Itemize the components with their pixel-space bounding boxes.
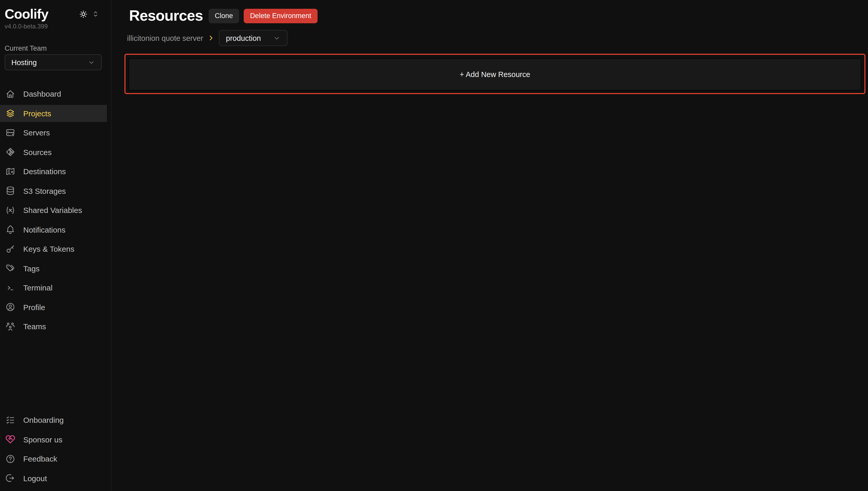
team-select-value: Hosting [11,58,37,66]
sidebar-item-label: Notifications [23,225,65,234]
team-select[interactable]: Hosting [5,54,102,70]
users-group-icon [5,321,16,331]
sidebar-item-feedback[interactable]: Feedback [0,450,107,467]
sidebar-item-label: Tags [23,264,39,272]
sidebar-item-servers[interactable]: Servers [0,124,107,141]
sidebar-footer-nav: Onboarding Sponsor us Feedback Logout [0,411,111,489]
sidebar-header: Coolify [5,6,100,22]
sidebar-item-label: Profile [23,302,45,311]
terminal-icon [5,283,16,293]
sidebar-item-s3-storages[interactable]: S3 Storages [0,182,107,199]
sidebar-item-label: Keys & Tokens [23,244,74,253]
server-icon [5,127,16,138]
database-icon [5,185,16,196]
sidebar-item-label: Projects [23,109,51,118]
tags-icon [5,263,16,273]
sidebar-item-logout[interactable]: Logout [0,469,107,487]
layers-icon [5,108,16,118]
current-team-label: Current Team [5,45,106,52]
sidebar-item-label: Destinations [23,167,66,176]
logout-icon [5,473,16,483]
chevron-down-icon [88,59,95,66]
bell-icon [5,224,16,235]
sidebar-item-tags[interactable]: Tags [0,260,107,277]
clone-button[interactable]: Clone [209,8,239,23]
home-icon [5,89,16,99]
sidebar-item-projects[interactable]: Projects [0,105,107,122]
sidebar-item-keys-tokens[interactable]: Keys & Tokens [0,240,107,257]
sidebar-item-label: Sources [23,148,52,156]
app-version: v4.0.0-beta.399 [5,23,106,30]
sidebar-item-label: Onboarding [23,415,64,424]
sidebar-item-sponsor-us[interactable]: Sponsor us [0,431,107,448]
page-header: Resources Clone Delete Environment [124,7,865,24]
sidebar-item-label: Logout [23,474,47,483]
sidebar-item-sources[interactable]: Sources [0,143,107,161]
page-title: Resources [129,7,203,24]
breadcrumb-project-link[interactable]: illicitonion quote server [127,34,203,42]
sidebar-item-label: Feedback [23,454,57,463]
main-content: Resources Clone Delete Environment illic… [112,0,868,491]
user-circle-icon [5,302,16,312]
add-new-resource-label: + Add New Resource [460,70,530,79]
variable-icon [5,205,16,215]
sidebar-item-label: Terminal [23,283,53,292]
sidebar-item-shared-variables[interactable]: Shared Variables [0,202,107,219]
sidebar-item-destinations[interactable]: Destinations [0,163,107,180]
app-logo: Coolify [5,6,79,22]
sidebar-item-profile[interactable]: Profile [0,298,107,316]
breadcrumb: illicitonion quote server production [127,30,865,46]
help-circle-icon [5,454,16,464]
sidebar-item-label: Teams [23,322,46,331]
delete-environment-button[interactable]: Delete Environment [244,8,317,23]
checklist-icon [5,415,16,425]
sidebar-item-label: Shared Variables [23,206,82,214]
environment-select-value: production [226,34,261,42]
heart-handshake-icon [5,434,16,444]
git-icon [5,147,16,157]
chevron-down-icon [273,34,280,41]
sidebar: Coolify v4.0.0-beta.399 Current Team Hos… [0,0,112,491]
add-resource-highlight-ring: + Add New Resource [124,54,865,94]
sun-icon[interactable] [79,9,88,18]
sidebar-header-actions [79,9,100,18]
sidebar-nav: Dashboard Projects Servers Sources [0,85,111,337]
sidebar-item-onboarding[interactable]: Onboarding [0,411,107,429]
app-window: Coolify v4.0.0-beta.399 Current Team Hos… [0,0,868,491]
map-icon [5,166,16,176]
unfold-icon[interactable] [91,10,100,18]
sidebar-item-label: Sponsor us [23,435,62,444]
add-new-resource-button[interactable]: + Add New Resource [129,58,861,90]
sidebar-item-terminal[interactable]: Terminal [0,279,107,296]
sidebar-item-dashboard[interactable]: Dashboard [0,85,107,102]
environment-select[interactable]: production [219,30,288,46]
sidebar-item-notifications[interactable]: Notifications [0,221,107,238]
sidebar-item-label: Servers [23,128,50,137]
chevron-right-icon [207,35,214,41]
sidebar-item-teams[interactable]: Teams [0,318,107,335]
sidebar-item-label: S3 Storages [23,186,66,195]
key-icon [5,244,16,254]
sidebar-item-label: Dashboard [23,89,61,98]
